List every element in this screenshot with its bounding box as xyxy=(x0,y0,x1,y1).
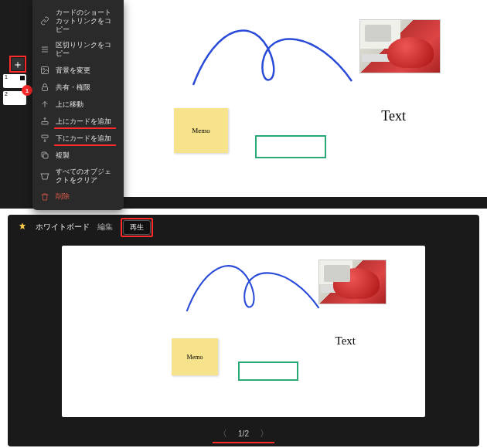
link-icon xyxy=(40,16,49,25)
pager: 〈 1/2 〉 xyxy=(218,427,269,440)
mode-label[interactable]: 編集 xyxy=(97,222,113,232)
menu-label: 区切りリンクをコピー xyxy=(56,41,116,58)
menu-label: 共有・権限 xyxy=(56,83,90,92)
pin-icon xyxy=(20,76,25,80)
menu-add-card-above[interactable]: 上にカードを追加 xyxy=(32,113,124,130)
svg-rect-2 xyxy=(43,87,48,90)
pager-prev[interactable]: 〈 xyxy=(218,427,227,440)
callout-badge: 1 xyxy=(22,85,32,96)
highlight-underline xyxy=(54,127,116,129)
clear-icon xyxy=(40,171,49,181)
card-number: 2 xyxy=(3,91,9,97)
text-object: Text xyxy=(335,334,356,348)
highlight-underline xyxy=(54,144,116,146)
top-panel: ＋ 1 1 2 Memo Text カードのショートカットリンクをコピー 区切り… xyxy=(0,0,487,209)
highlight-underline xyxy=(213,442,274,443)
pager-label: 1/2 xyxy=(238,429,249,438)
svg-point-1 xyxy=(43,68,45,70)
image-icon xyxy=(40,66,49,75)
text-object[interactable]: Text xyxy=(381,108,406,124)
freehand-stroke xyxy=(178,253,325,331)
rectangle-shape xyxy=(238,361,298,381)
svg-rect-3 xyxy=(42,121,48,124)
pager-next[interactable]: 〉 xyxy=(260,427,269,440)
lock-icon xyxy=(40,83,49,92)
menu-label: 削除 xyxy=(56,192,70,201)
menu-label: すべてのオブジェクトをクリア xyxy=(56,168,116,185)
presentation-header: ホワイトボード 編集 再生 xyxy=(8,215,479,239)
menu-label: 下にカードを追加 xyxy=(56,134,111,143)
menu-share-permissions[interactable]: 共有・権限 xyxy=(32,79,124,96)
sticky-note: Memo xyxy=(172,338,218,375)
menu-label: 上に移動 xyxy=(56,100,83,109)
rectangle-shape[interactable] xyxy=(255,135,326,158)
menu-duplicate[interactable]: 複製 xyxy=(32,147,124,164)
svg-rect-4 xyxy=(42,135,48,138)
add-above-icon xyxy=(40,117,49,126)
menu-add-card-below[interactable]: 下にカードを追加 xyxy=(32,130,124,147)
trash-icon xyxy=(40,192,49,202)
presentation-canvas: Memo Text xyxy=(62,246,425,417)
sticky-note[interactable]: Memo xyxy=(174,108,228,153)
menu-copy-shortcut-link[interactable]: カードのショートカットリンクをコピー xyxy=(32,5,124,37)
menu-label: 背景を変更 xyxy=(56,66,90,75)
duplicate-icon xyxy=(40,151,49,160)
pager-total: 2 xyxy=(244,429,249,438)
image-object xyxy=(318,260,387,304)
image-object[interactable] xyxy=(359,19,441,73)
menu-copy-delimiter-link[interactable]: 区切りリンクをコピー xyxy=(32,37,124,62)
freehand-stroke xyxy=(186,15,356,108)
menu-label: カードのショートカットリンクをコピー xyxy=(56,8,116,33)
menu-delete[interactable]: 削除 xyxy=(32,188,124,205)
card-rail: ＋ 1 1 2 xyxy=(0,0,32,209)
menu-move-up[interactable]: 上に移動 xyxy=(32,96,124,113)
separator-icon xyxy=(40,45,49,54)
menu-clear-all-objects[interactable]: すべてのオブジェクトをクリア xyxy=(32,164,124,188)
whiteboard-title: ホワイトボード xyxy=(36,222,90,232)
highlight-add-card: ＋ xyxy=(9,56,26,73)
sticky-text: Memo xyxy=(192,127,210,134)
menu-label: 上にカードを追加 xyxy=(56,117,111,126)
card-context-menu: カードのショートカットリンクをコピー 区切りリンクをコピー 背景を変更 共有・権… xyxy=(32,0,124,210)
presentation-panel: ホワイトボード 編集 再生 Memo Text 〈 1/2 〉 xyxy=(8,215,479,446)
menu-change-background[interactable]: 背景を変更 xyxy=(32,62,124,79)
play-button[interactable]: 再生 xyxy=(123,220,151,235)
add-below-icon xyxy=(40,134,49,143)
menu-label: 複製 xyxy=(56,151,70,160)
highlight-play-button: 再生 xyxy=(121,218,153,237)
add-card-button[interactable]: ＋ xyxy=(12,58,24,70)
svg-rect-5 xyxy=(43,154,48,158)
card-number: 1 xyxy=(3,74,9,80)
arrow-up-icon xyxy=(40,100,49,109)
sticky-text: Memo xyxy=(187,354,203,361)
whiteboard-icon xyxy=(17,222,28,232)
